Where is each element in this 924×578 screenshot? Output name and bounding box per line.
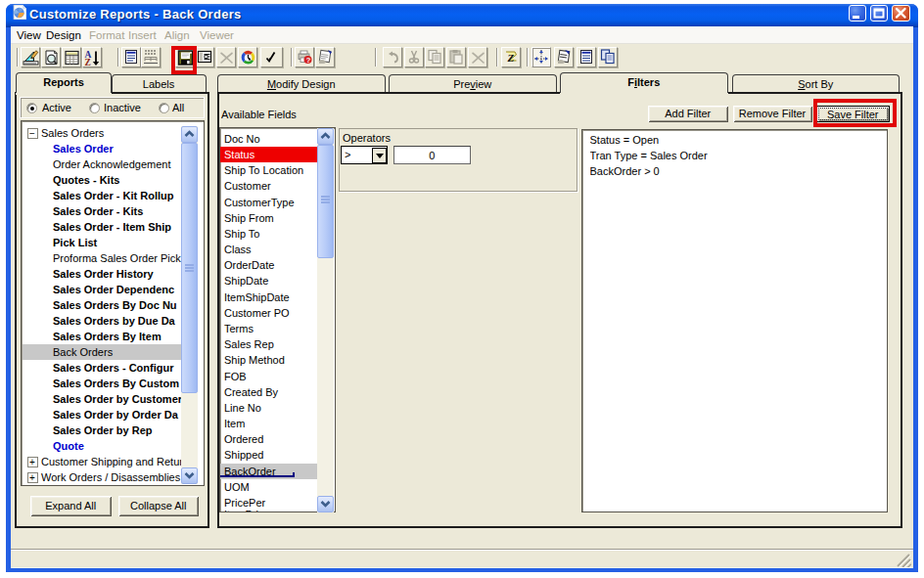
svg-text:Z: Z <box>507 52 515 64</box>
svg-text:Z: Z <box>85 58 91 67</box>
svg-text:?: ? <box>306 56 311 65</box>
